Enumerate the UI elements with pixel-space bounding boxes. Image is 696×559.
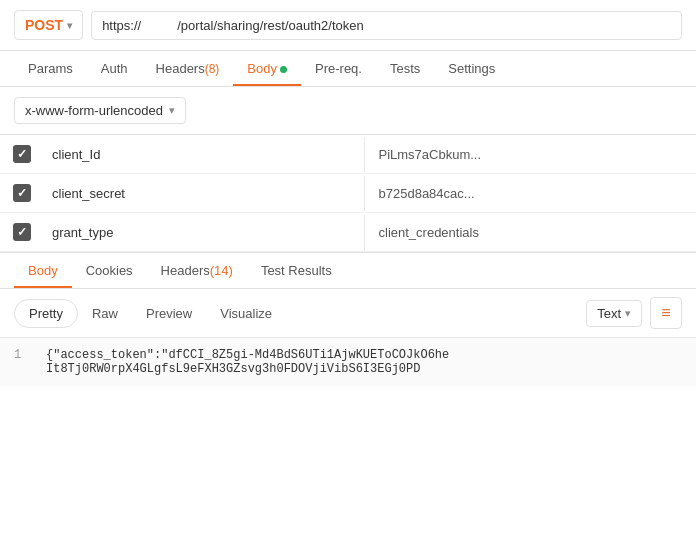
checkbox-checked-icon[interactable]	[13, 184, 31, 202]
tab-settings[interactable]: Settings	[434, 51, 509, 86]
body-type-select[interactable]: x-www-form-urlencoded ▾	[14, 97, 186, 124]
body-type-chevron-icon: ▾	[169, 104, 175, 117]
bottom-tab-headers[interactable]: Headers(14)	[147, 253, 247, 288]
url-input[interactable]	[91, 11, 682, 40]
resp-tab-raw[interactable]: Raw	[78, 300, 132, 327]
row1-value[interactable]: PiLms7aCbkum...	[365, 137, 697, 172]
tab-auth[interactable]: Auth	[87, 51, 142, 86]
wrap-icon: ≡	[661, 304, 670, 322]
row1-check[interactable]	[0, 135, 44, 173]
response-format-select[interactable]: Text ▾	[586, 300, 642, 327]
body-active-dot	[280, 66, 287, 73]
response-line: 1 {"access_token":"dfCCI_8Z5gi-Md4BdS6UT…	[14, 348, 682, 362]
row3-check[interactable]	[0, 213, 44, 251]
method-label: POST	[25, 17, 63, 33]
resp-tab-preview[interactable]: Preview	[132, 300, 206, 327]
form-row: grant_type client_credentials	[0, 213, 696, 252]
tab-prereq[interactable]: Pre-req.	[301, 51, 376, 86]
response-format-label: Text	[597, 306, 621, 321]
row2-value[interactable]: b725d8a84cac...	[365, 176, 697, 211]
body-type-row: x-www-form-urlencoded ▾	[0, 87, 696, 135]
bottom-tabs: Body Cookies Headers(14) Test Results	[0, 252, 696, 289]
response-toolbar: Pretty Raw Preview Visualize Text ▾ ≡	[0, 289, 696, 338]
row3-key[interactable]: grant_type	[44, 215, 365, 250]
resp-tab-pretty[interactable]: Pretty	[14, 299, 78, 328]
row1-key[interactable]: client_Id	[44, 137, 365, 172]
url-bar: POST ▾	[0, 0, 696, 51]
checkbox-checked-icon[interactable]	[13, 223, 31, 241]
method-selector[interactable]: POST ▾	[14, 10, 83, 40]
tab-body[interactable]: Body	[233, 51, 301, 86]
tab-headers[interactable]: Headers(8)	[142, 51, 234, 86]
body-type-label: x-www-form-urlencoded	[25, 103, 163, 118]
form-fields: client_Id PiLms7aCbkum... client_secret …	[0, 135, 696, 252]
resp-tab-visualize[interactable]: Visualize	[206, 300, 286, 327]
format-chevron-icon: ▾	[625, 307, 631, 320]
top-tabs: Params Auth Headers(8) Body Pre-req. Tes…	[0, 51, 696, 87]
row2-key[interactable]: client_secret	[44, 176, 365, 211]
checkbox-checked-icon[interactable]	[13, 145, 31, 163]
bottom-tab-test-results[interactable]: Test Results	[247, 253, 346, 288]
line-number	[14, 362, 30, 376]
response-line: It8Tj0RW0rpX4GLgfsL9eFXH3GZsvg3h0FDOVjiV…	[14, 362, 682, 376]
tab-params[interactable]: Params	[14, 51, 87, 86]
line-content: It8Tj0RW0rpX4GLgfsL9eFXH3GZsvg3h0FDOVjiV…	[46, 362, 420, 376]
tab-tests[interactable]: Tests	[376, 51, 434, 86]
form-row: client_Id PiLms7aCbkum...	[0, 135, 696, 174]
line-number: 1	[14, 348, 30, 362]
wrap-toggle-button[interactable]: ≡	[650, 297, 682, 329]
row2-check[interactable]	[0, 174, 44, 212]
bottom-tab-cookies[interactable]: Cookies	[72, 253, 147, 288]
line-content: {"access_token":"dfCCI_8Z5gi-Md4BdS6UTi1…	[46, 348, 449, 362]
form-row: client_secret b725d8a84cac...	[0, 174, 696, 213]
bottom-tab-body[interactable]: Body	[14, 253, 72, 288]
method-chevron-icon: ▾	[67, 20, 72, 31]
row3-value[interactable]: client_credentials	[365, 215, 697, 250]
response-body: 1 {"access_token":"dfCCI_8Z5gi-Md4BdS6UT…	[0, 338, 696, 386]
